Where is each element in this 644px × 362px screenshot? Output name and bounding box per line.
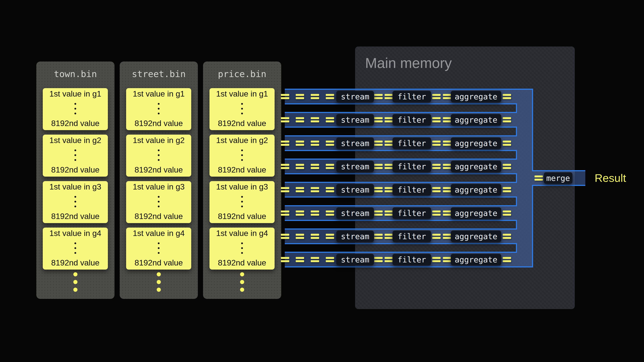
file-column: price.bin1st value in g18192nd value1st …: [203, 61, 281, 299]
data-flow-dashes-icon: [384, 141, 393, 146]
stream-operator-box: stream: [336, 207, 374, 219]
block-last-value-label: 8192nd value: [218, 119, 266, 128]
block-last-value-label: 8192nd value: [218, 212, 266, 221]
data-flow-dashes-icon: [443, 141, 451, 146]
block-last-value-label: 8192nd value: [51, 212, 100, 221]
data-flow-dashes-icon: [281, 211, 289, 216]
data-flow-dashes-icon: [432, 187, 440, 192]
data-flow-dashes-icon: [281, 117, 289, 122]
data-flow-dashes-icon: [432, 164, 440, 169]
block-first-value-label: 1st value in g1: [216, 89, 268, 98]
pipeline-gap-closer: [516, 127, 517, 136]
pipeline-collector: [517, 89, 533, 267]
pipeline-row: streamfilteraggregate: [285, 135, 517, 151]
data-flow-dashes-icon: [326, 141, 334, 146]
vertical-ellipsis-icon: [74, 196, 76, 207]
pipeline-gap-closer: [516, 220, 517, 230]
block-first-value-label: 1st value in g2: [216, 136, 268, 145]
vertical-ellipsis-icon: [74, 242, 76, 254]
pipeline-row: streamfilteraggregate: [285, 205, 517, 221]
merge-band: merge: [533, 170, 585, 186]
data-flow-dashes-icon: [384, 117, 393, 122]
data-flow-dashes-icon: [374, 94, 383, 99]
row-group-block: 1st value in g18192nd value: [210, 88, 274, 130]
row-group-block: 1st value in g28192nd value: [126, 135, 191, 177]
filter-operator-box: filter: [392, 254, 431, 265]
data-flow-dashes-icon: [281, 257, 289, 262]
data-flow-dashes-icon: [503, 257, 511, 262]
merge-operator-box: merge: [544, 172, 572, 184]
pipeline-gap-closer: [516, 103, 517, 113]
file-title: street.bin: [120, 69, 198, 79]
file-column: town.bin1st value in g18192nd value1st v…: [36, 61, 114, 299]
row-group-block: 1st value in g18192nd value: [126, 88, 191, 130]
file-title: price.bin: [203, 69, 281, 79]
vertical-ellipsis-icon: [158, 149, 160, 161]
result-label: Result: [595, 171, 626, 185]
data-flow-dashes-icon: [326, 187, 334, 192]
data-flow-dashes-icon: [311, 211, 319, 216]
file-title: town.bin: [36, 69, 114, 79]
filter-operator-box: filter: [392, 231, 431, 242]
data-flow-dashes-icon: [384, 257, 393, 262]
data-flow-dashes-icon: [443, 187, 451, 192]
pipeline-gap-closer: [516, 150, 517, 160]
file-column: street.bin1st value in g18192nd value1st…: [120, 61, 198, 299]
data-flow-dashes-icon: [503, 164, 511, 169]
vertical-ellipsis-icon: [158, 103, 160, 114]
row-group-block: 1st value in g48192nd value: [210, 228, 274, 270]
stream-operator-box: stream: [336, 184, 374, 195]
block-last-value-label: 8192nd value: [134, 212, 183, 221]
data-flow-dashes-icon: [374, 234, 383, 239]
data-flow-dashes-icon: [384, 211, 393, 216]
aggregate-operator-box: aggregate: [451, 137, 501, 149]
block-last-value-label: 8192nd value: [134, 165, 183, 174]
more-groups-ellipsis-icon: [120, 272, 198, 292]
vertical-ellipsis-icon: [241, 103, 243, 114]
aggregate-operator-box: aggregate: [451, 91, 501, 102]
block-first-value-label: 1st value in g3: [216, 182, 268, 191]
vertical-ellipsis-icon: [241, 149, 243, 161]
data-flow-dashes-icon: [281, 94, 289, 99]
data-flow-dashes-icon: [432, 257, 440, 262]
data-flow-dashes-icon: [326, 211, 334, 216]
block-last-value-label: 8192nd value: [218, 258, 266, 267]
data-flow-dashes-icon: [311, 94, 319, 99]
data-flow-dashes-icon: [503, 141, 511, 146]
data-flow-dashes-icon: [432, 234, 440, 239]
stream-operator-box: stream: [336, 114, 374, 125]
row-group-block: 1st value in g48192nd value: [126, 228, 191, 270]
row-group-block: 1st value in g38192nd value: [126, 181, 191, 223]
data-flow-dashes-icon: [311, 234, 319, 239]
stream-operator-box: stream: [336, 231, 374, 242]
vertical-ellipsis-icon: [158, 196, 160, 207]
pipeline-gap-closer: [516, 196, 517, 206]
filter-operator-box: filter: [392, 161, 431, 172]
data-flow-dashes-icon: [534, 176, 543, 181]
collector-right-border: [532, 89, 533, 171]
block-first-value-label: 1st value in g2: [133, 136, 184, 145]
data-flow-dashes-icon: [296, 211, 304, 216]
data-flow-dashes-icon: [311, 141, 319, 146]
pipeline-row: streamfilteraggregate: [285, 182, 517, 198]
aggregate-operator-box: aggregate: [451, 231, 501, 242]
data-flow-dashes-icon: [503, 117, 511, 122]
data-flow-dashes-icon: [374, 257, 383, 262]
row-group-block: 1st value in g38192nd value: [43, 181, 108, 223]
block-last-value-label: 8192nd value: [51, 165, 100, 174]
data-flow-dashes-icon: [432, 141, 440, 146]
data-flow-dashes-icon: [281, 141, 289, 146]
pipeline-gap-closer: [516, 173, 517, 183]
data-flow-dashes-icon: [296, 141, 304, 146]
data-flow-dashes-icon: [326, 164, 334, 169]
block-last-value-label: 8192nd value: [218, 165, 266, 174]
pipeline-row: streamfilteraggregate: [285, 112, 517, 128]
data-flow-dashes-icon: [374, 117, 383, 122]
data-flow-dashes-icon: [374, 141, 383, 146]
diagram-canvas: town.bin1st value in g18192nd value1st v…: [0, 0, 644, 362]
vertical-ellipsis-icon: [241, 242, 243, 254]
data-flow-dashes-icon: [326, 117, 334, 122]
block-last-value-label: 8192nd value: [134, 258, 183, 267]
vertical-ellipsis-icon: [74, 149, 76, 161]
data-flow-dashes-icon: [374, 187, 383, 192]
